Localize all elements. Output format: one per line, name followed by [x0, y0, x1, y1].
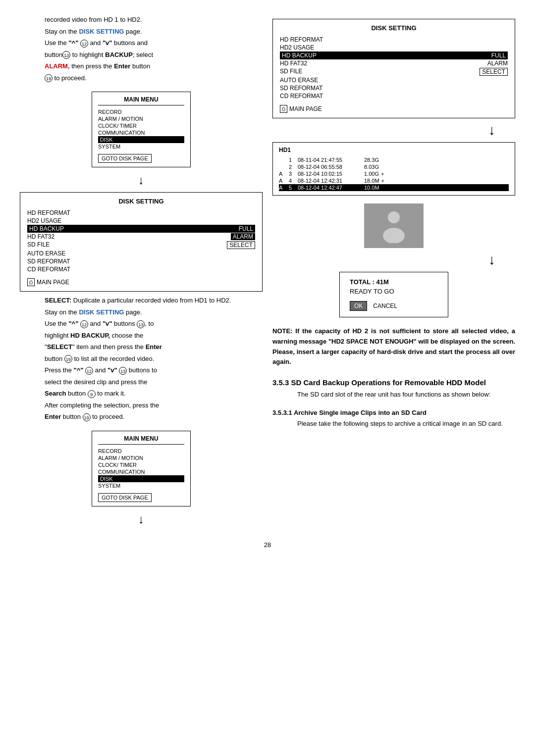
- hd1-row-4: A 4 08-12-04 12:42:31 18.0M +: [279, 177, 509, 184]
- r-disk-row-cdreformat: CD REFORMAT: [280, 92, 508, 100]
- disk-setting-ref2: DISK SETTING: [79, 308, 124, 316]
- hd1-row-5: A 5 08-12-04 12:42:47 10.0M: [279, 184, 509, 191]
- menu-item-alarm1: ALARM / MOTION: [98, 115, 184, 122]
- hd1-prefix-4: A: [279, 178, 287, 184]
- hd1-plus-3: +: [381, 171, 384, 177]
- person-thumbnail: [364, 203, 424, 248]
- enter-ref2: Enter: [146, 343, 162, 351]
- circle-13c: 13: [119, 367, 127, 375]
- svg-point-0: [388, 211, 400, 223]
- hd1-num-5: 5: [289, 185, 296, 191]
- hd1-row-2: 2 08-12-04 06:55:58 8.03G: [279, 163, 509, 170]
- page-container: recorded video from HD 1 to HD2. Stay on…: [0, 0, 535, 756]
- para-press: Press the "^" 12 and "v" 13 buttons to: [45, 365, 263, 375]
- hd1-size-4: 18.0M: [364, 178, 379, 184]
- right-arrow2: ↓: [272, 252, 515, 268]
- up-btn2: "^": [68, 320, 78, 327]
- person-icon: [379, 208, 409, 243]
- select-item-bold: SELECT: [47, 343, 72, 351]
- r-disk-row-hdreformat: HD REFORMAT: [280, 36, 508, 44]
- disk-setting-ref1: DISK SETTING: [79, 28, 124, 35]
- arrow-right2-icon: ↓: [488, 252, 495, 267]
- menu-item-clock2: CLOCK/ TIMER: [98, 461, 184, 468]
- para-after: After completing the selection, press th…: [45, 401, 263, 410]
- hd1-date-3: 08-12-04 10:02:15: [298, 171, 362, 177]
- goto-disk-btn2[interactable]: GOTO DISK PAGE: [98, 493, 152, 502]
- disk-title1: DISK SETTING: [27, 198, 255, 205]
- search-bold: Search: [45, 390, 66, 397]
- r-disk-row-sdfile: SD FILESELECT: [280, 67, 508, 76]
- para-highlight: highlight HD BACKUP, choose the: [45, 331, 263, 341]
- hd1-num-2: 2: [289, 164, 296, 170]
- hd1-prefix-3: A: [279, 171, 287, 177]
- menu-item-record2: RECORD: [98, 448, 184, 454]
- main-page-icon1: ⎙: [27, 278, 35, 286]
- up-btn1: "^": [68, 39, 78, 47]
- para-stay1: Stay on the DISK SETTING page.: [45, 27, 263, 37]
- r-disk-row-hd2usage: HD2 USAGE: [280, 44, 508, 51]
- section-3531-heading: 3.5.3.1 Archive Single image Clips into …: [272, 409, 515, 416]
- para-listall: button 19 to list all the recorded video…: [45, 354, 263, 364]
- disk-row-hd2usage1: HD2 USAGE: [27, 217, 255, 225]
- disk-setting-box1: DISK SETTING HD REFORMAT HD2 USAGE HD BA…: [20, 192, 263, 292]
- r-disk-row-hdbackup: HD BACKUPFULL: [280, 51, 508, 59]
- para-proceed1: 19 to proceed.: [45, 73, 263, 83]
- para-search: Search button 9 to mark it.: [45, 389, 263, 399]
- hd1-size-5: 10.0M: [364, 185, 379, 191]
- right-column: DISK SETTING HD REFORMAT HD2 USAGE HD BA…: [272, 15, 515, 531]
- select-section: SELECT: Duplicate a particular recorded …: [45, 296, 263, 422]
- disk-row-hdbackup1: HD BACKUPFULL: [27, 225, 255, 233]
- r-main-page-icon: ⎙: [280, 105, 287, 113]
- para-select-clip: select the desired clip and press the: [45, 377, 263, 387]
- hd1-size-2: 8.03G: [364, 164, 379, 170]
- main-menu-area1: MAIN MENU RECORD ALARM / MOTION CLOCK/ T…: [20, 87, 263, 188]
- circle-19c: 19: [83, 413, 91, 421]
- top-section: recorded video from HD 1 to HD2. Stay on…: [20, 15, 515, 531]
- disk-setting-box-right: DISK SETTING HD REFORMAT HD2 USAGE HD BA…: [272, 19, 515, 118]
- menu-item-disk2[interactable]: DISK: [98, 475, 184, 482]
- menu-title1: MAIN MENU: [98, 96, 184, 105]
- ready-label: READY TO GO: [350, 288, 438, 295]
- select-para: SELECT: Duplicate a particular recorded …: [45, 296, 263, 305]
- menu-item-disk1[interactable]: DISK: [98, 136, 184, 143]
- note-bold: NOTE: If the capacity of HD 2 is not suf…: [272, 327, 515, 365]
- enter-bold2: Enter: [45, 413, 61, 420]
- disk-row-hdfat1: HD FAT32ALARM: [27, 233, 255, 241]
- hdbackup-ref: HD BACKUP,: [70, 332, 110, 339]
- menu-item-record1: RECORD: [98, 108, 184, 115]
- hd1-list-box: HD1 1 08-11-04 21:47:55 28.3G 2 08-12-04…: [272, 142, 515, 196]
- menu-item-clock1: CLOCK/ TIMER: [98, 122, 184, 129]
- cancel-button[interactable]: CANCEL: [373, 302, 397, 309]
- disk-row-sdreformat1: SD REFORMAT: [27, 257, 255, 265]
- r-main-page-btn[interactable]: ⎙ MAIN PAGE: [280, 105, 508, 113]
- hd1-title: HD1: [279, 147, 509, 153]
- top-text: recorded video from HD 1 to HD2.: [45, 15, 263, 25]
- right-arrow1: ↓: [272, 122, 515, 138]
- hd1-date-5: 08-12-04 12:42:47: [298, 185, 362, 191]
- backup-ref: BACKUP: [105, 51, 133, 58]
- enter-ref1: Enter: [114, 62, 130, 70]
- hd1-num-4: 4: [289, 178, 296, 184]
- ok-button[interactable]: OK: [350, 301, 367, 311]
- circle-12b: 12: [80, 320, 88, 328]
- down-btn1: "v": [103, 39, 112, 47]
- hd1-date-1: 08-11-04 21:47:55: [298, 157, 362, 163]
- circle-12a: 12: [80, 40, 88, 48]
- main-page-btn1[interactable]: ⎙ MAIN PAGE: [27, 278, 255, 286]
- up-btn3: "^": [74, 366, 84, 374]
- goto-disk-btn1[interactable]: GOTO DISK PAGE: [98, 154, 152, 163]
- para-alarm: ALARM, then press the Enter button: [45, 61, 263, 71]
- main-menu-box1: MAIN MENU RECORD ALARM / MOTION CLOCK/ T…: [92, 92, 191, 167]
- r-disk-row-autoerase: AUTO ERASE: [280, 76, 508, 84]
- total-box: TOTAL : 41M READY TO GO OK CANCEL: [339, 272, 448, 317]
- arrow-down1: ↓: [138, 173, 144, 187]
- r-disk-row-hdfat: HD FAT32ALARM: [280, 59, 508, 67]
- page-number: 28: [20, 541, 515, 549]
- menu-item-comm1: COMMUNICATION: [98, 129, 184, 136]
- menu-title2: MAIN MENU: [98, 435, 184, 445]
- disk-row-autoerase1: AUTO ERASE: [27, 250, 255, 257]
- para-enter-proceed: Enter button 19 to proceed.: [45, 412, 263, 422]
- main-page-label1: MAIN PAGE: [37, 279, 69, 286]
- section-353-para: The SD card slot of the rear unit has fo…: [297, 390, 515, 400]
- para-selectitem: "SELECT" item and then press the Enter: [45, 342, 263, 352]
